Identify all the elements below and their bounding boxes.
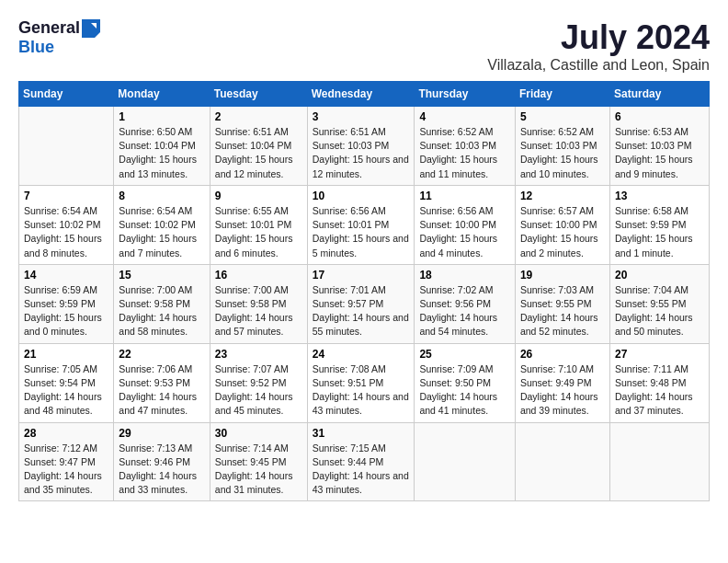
day-info: Sunrise: 6:56 AMSunset: 10:00 PMDaylight… <box>419 204 510 260</box>
column-header-saturday: Saturday <box>609 82 709 107</box>
logo: General Blue <box>18 18 100 57</box>
logo-line2: Blue <box>18 38 54 57</box>
calendar-cell: 19Sunrise: 7:03 AMSunset: 9:55 PMDayligh… <box>515 264 609 343</box>
day-info: Sunrise: 7:04 AMSunset: 9:55 PMDaylight:… <box>615 283 704 339</box>
day-info: Sunrise: 7:08 AMSunset: 9:51 PMDaylight:… <box>313 362 410 419</box>
day-number: 5 <box>520 110 605 123</box>
day-info: Sunrise: 7:07 AMSunset: 9:52 PMDaylight:… <box>215 362 302 419</box>
calendar-cell: 24Sunrise: 7:08 AMSunset: 9:51 PMDayligh… <box>307 343 415 422</box>
logo-icon <box>82 19 100 38</box>
calendar-cell: 1Sunrise: 6:50 AMSunset: 10:04 PMDayligh… <box>114 107 210 186</box>
logo-general: General <box>18 18 80 38</box>
day-info: Sunrise: 7:09 AMSunset: 9:50 PMDaylight:… <box>419 362 510 419</box>
svg-marker-0 <box>82 19 100 38</box>
calendar-cell: 31Sunrise: 7:15 AMSunset: 9:44 PMDayligh… <box>307 422 415 501</box>
calendar-cell: 22Sunrise: 7:06 AMSunset: 9:53 PMDayligh… <box>114 343 210 422</box>
day-number: 10 <box>313 190 410 202</box>
week-row-5: 28Sunrise: 7:12 AMSunset: 9:47 PMDayligh… <box>19 422 710 501</box>
column-header-friday: Friday <box>515 82 609 107</box>
calendar-cell: 7Sunrise: 6:54 AMSunset: 10:02 PMDayligh… <box>19 185 114 264</box>
day-number: 3 <box>313 110 410 123</box>
location-title: Villazala, Castille and Leon, Spain <box>487 57 710 74</box>
day-info: Sunrise: 7:03 AMSunset: 9:55 PMDaylight:… <box>520 283 605 339</box>
day-info: Sunrise: 7:13 AMSunset: 9:46 PMDaylight:… <box>119 442 204 498</box>
calendar-cell: 4Sunrise: 6:52 AMSunset: 10:03 PMDayligh… <box>415 107 516 186</box>
day-info: Sunrise: 7:05 AMSunset: 9:54 PMDaylight:… <box>24 362 108 419</box>
calendar-cell <box>415 422 516 501</box>
day-info: Sunrise: 6:52 AMSunset: 10:03 PMDaylight… <box>419 125 510 181</box>
week-row-2: 7Sunrise: 6:54 AMSunset: 10:02 PMDayligh… <box>19 185 710 264</box>
day-info: Sunrise: 6:54 AMSunset: 10:02 PMDaylight… <box>24 204 108 260</box>
day-number: 29 <box>119 427 204 440</box>
calendar-cell: 30Sunrise: 7:14 AMSunset: 9:45 PMDayligh… <box>210 422 307 501</box>
calendar-cell: 29Sunrise: 7:13 AMSunset: 9:46 PMDayligh… <box>114 422 210 501</box>
calendar-cell: 28Sunrise: 7:12 AMSunset: 9:47 PMDayligh… <box>19 422 114 501</box>
week-row-1: 1Sunrise: 6:50 AMSunset: 10:04 PMDayligh… <box>19 107 710 186</box>
calendar-cell: 27Sunrise: 7:11 AMSunset: 9:48 PMDayligh… <box>609 343 709 422</box>
calendar-cell: 21Sunrise: 7:05 AMSunset: 9:54 PMDayligh… <box>19 343 114 422</box>
day-number: 23 <box>215 348 302 361</box>
column-header-sunday: Sunday <box>19 82 114 107</box>
day-info: Sunrise: 7:00 AMSunset: 9:58 PMDaylight:… <box>119 283 204 339</box>
day-number: 7 <box>24 190 108 202</box>
day-number: 14 <box>24 269 108 282</box>
day-info: Sunrise: 7:11 AMSunset: 9:48 PMDaylight:… <box>615 362 704 419</box>
day-info: Sunrise: 6:52 AMSunset: 10:03 PMDaylight… <box>520 125 605 181</box>
calendar-cell: 16Sunrise: 7:00 AMSunset: 9:58 PMDayligh… <box>210 264 307 343</box>
day-info: Sunrise: 6:54 AMSunset: 10:02 PMDaylight… <box>119 204 204 260</box>
calendar-cell: 13Sunrise: 6:58 AMSunset: 9:59 PMDayligh… <box>609 185 709 264</box>
column-header-thursday: Thursday <box>415 82 516 107</box>
week-row-4: 21Sunrise: 7:05 AMSunset: 9:54 PMDayligh… <box>19 343 710 422</box>
day-info: Sunrise: 6:58 AMSunset: 9:59 PMDaylight:… <box>615 204 704 260</box>
header-row: SundayMondayTuesdayWednesdayThursdayFrid… <box>19 82 710 107</box>
calendar-table: SundayMondayTuesdayWednesdayThursdayFrid… <box>18 81 710 501</box>
day-number: 12 <box>520 190 605 202</box>
header: General Blue July 2024 Villazala, Castil… <box>18 18 710 74</box>
day-number: 26 <box>520 348 605 361</box>
day-number: 4 <box>419 110 510 123</box>
calendar-cell: 3Sunrise: 6:51 AMSunset: 10:03 PMDayligh… <box>307 107 415 186</box>
calendar-cell: 23Sunrise: 7:07 AMSunset: 9:52 PMDayligh… <box>210 343 307 422</box>
day-number: 28 <box>24 427 108 440</box>
day-info: Sunrise: 7:15 AMSunset: 9:44 PMDaylight:… <box>313 442 410 498</box>
day-info: Sunrise: 7:12 AMSunset: 9:47 PMDaylight:… <box>24 442 108 498</box>
day-info: Sunrise: 6:53 AMSunset: 10:03 PMDaylight… <box>615 125 704 181</box>
day-number: 15 <box>119 269 204 282</box>
day-number: 27 <box>615 348 704 361</box>
calendar-cell: 17Sunrise: 7:01 AMSunset: 9:57 PMDayligh… <box>307 264 415 343</box>
day-info: Sunrise: 7:02 AMSunset: 9:56 PMDaylight:… <box>419 283 510 339</box>
day-info: Sunrise: 7:10 AMSunset: 9:49 PMDaylight:… <box>520 362 605 419</box>
day-number: 18 <box>419 269 510 282</box>
day-number: 21 <box>24 348 108 361</box>
calendar-cell: 15Sunrise: 7:00 AMSunset: 9:58 PMDayligh… <box>114 264 210 343</box>
calendar-cell: 11Sunrise: 6:56 AMSunset: 10:00 PMDaylig… <box>415 185 516 264</box>
column-header-tuesday: Tuesday <box>210 82 307 107</box>
calendar-cell: 5Sunrise: 6:52 AMSunset: 10:03 PMDayligh… <box>515 107 609 186</box>
calendar-cell <box>515 422 609 501</box>
day-number: 13 <box>615 190 704 202</box>
day-number: 30 <box>215 427 302 440</box>
logo-line1: General <box>18 18 100 38</box>
calendar-cell <box>609 422 709 501</box>
day-number: 20 <box>615 269 704 282</box>
day-number: 2 <box>215 110 302 123</box>
day-info: Sunrise: 6:55 AMSunset: 10:01 PMDaylight… <box>215 204 302 260</box>
column-header-monday: Monday <box>114 82 210 107</box>
day-number: 11 <box>419 190 510 202</box>
day-info: Sunrise: 7:00 AMSunset: 9:58 PMDaylight:… <box>215 283 302 339</box>
day-number: 8 <box>119 190 204 202</box>
day-info: Sunrise: 6:59 AMSunset: 9:59 PMDaylight:… <box>24 283 108 339</box>
day-info: Sunrise: 7:01 AMSunset: 9:57 PMDaylight:… <box>313 283 410 339</box>
day-number: 25 <box>419 348 510 361</box>
calendar-cell: 6Sunrise: 6:53 AMSunset: 10:03 PMDayligh… <box>609 107 709 186</box>
month-title: July 2024 <box>487 18 710 57</box>
calendar-cell: 12Sunrise: 6:57 AMSunset: 10:00 PMDaylig… <box>515 185 609 264</box>
calendar-cell <box>19 107 114 186</box>
day-info: Sunrise: 6:51 AMSunset: 10:04 PMDaylight… <box>215 125 302 181</box>
day-info: Sunrise: 6:51 AMSunset: 10:03 PMDaylight… <box>313 125 410 181</box>
day-info: Sunrise: 6:50 AMSunset: 10:04 PMDaylight… <box>119 125 204 181</box>
title-section: July 2024 Villazala, Castille and Leon, … <box>487 18 710 74</box>
day-info: Sunrise: 7:06 AMSunset: 9:53 PMDaylight:… <box>119 362 204 419</box>
calendar-cell: 14Sunrise: 6:59 AMSunset: 9:59 PMDayligh… <box>19 264 114 343</box>
day-number: 6 <box>615 110 704 123</box>
